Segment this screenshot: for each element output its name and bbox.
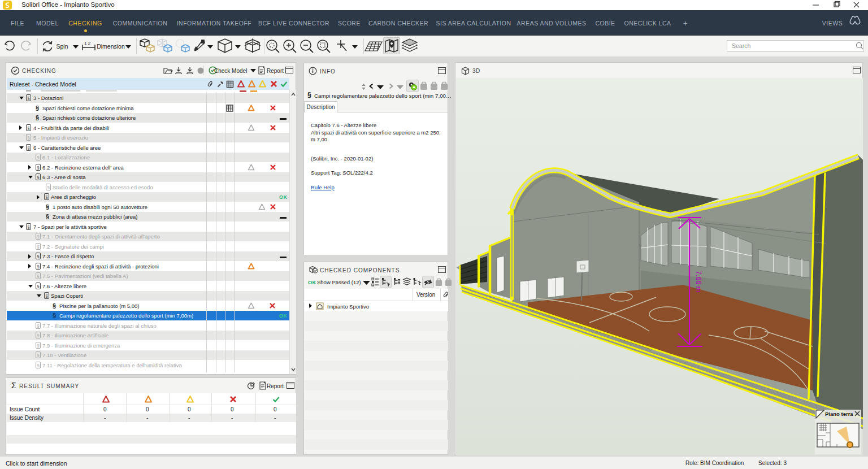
svg-text:7.66 m: 7.66 m xyxy=(695,271,702,292)
svg-text:1 2: 1 2 xyxy=(84,41,91,46)
svg-text:Piano terra: Piano terra xyxy=(825,411,853,417)
